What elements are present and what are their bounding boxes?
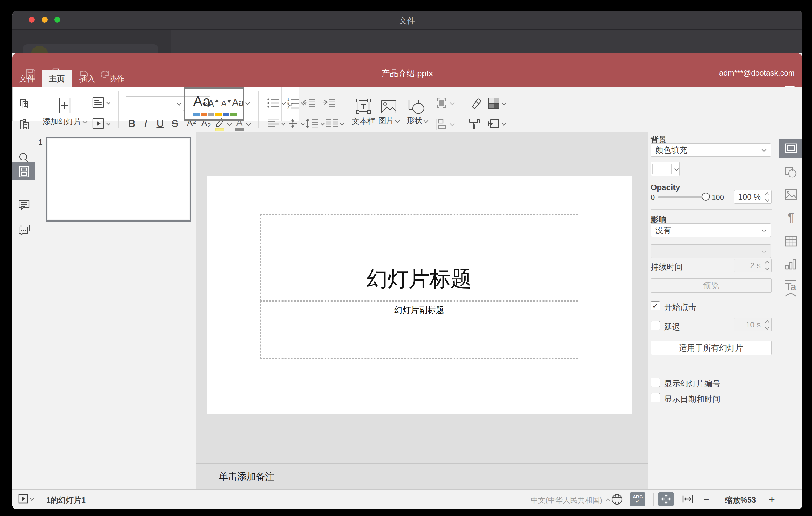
show-date-time-label: 显示日期和时间 xyxy=(664,394,720,405)
opacity-slider-track[interactable] xyxy=(658,196,706,198)
theme-palette xyxy=(193,113,237,116)
chart-settings-icon xyxy=(785,258,798,270)
globe-icon xyxy=(611,493,623,506)
slide-thumbnail-panel: 1 xyxy=(36,132,196,489)
title-placeholder[interactable]: 幻灯片标题 xyxy=(260,214,578,300)
chevron-down-icon xyxy=(762,147,767,152)
fill-type-select[interactable]: 颜色填充 xyxy=(651,143,771,157)
columns-icon xyxy=(325,117,339,130)
opacity-label: Opacity xyxy=(651,183,680,192)
slide-number: 1 xyxy=(38,138,42,147)
copy-style-button[interactable] xyxy=(467,117,481,131)
effect-variant-select[interactable] xyxy=(651,245,771,258)
clear-style-button[interactable] xyxy=(467,97,481,109)
tab-insert[interactable]: 插入 xyxy=(75,70,100,87)
tab-collaboration[interactable]: 协作 xyxy=(104,70,129,87)
chevron-up-icon xyxy=(765,320,770,324)
insert-textbox-button[interactable]: T 文本框 xyxy=(351,94,376,129)
theme-tile[interactable] xyxy=(72,87,127,121)
color-scheme-button[interactable] xyxy=(488,97,506,110)
decrease-indent-button[interactable] xyxy=(302,97,316,109)
shape-settings-icon xyxy=(785,166,798,178)
chevron-up-icon xyxy=(765,192,770,196)
duration-spinner[interactable]: 2 s xyxy=(734,259,772,272)
tab-home[interactable]: 主页 xyxy=(42,70,72,87)
image-icon xyxy=(380,98,397,115)
left-toolbar-strip xyxy=(12,132,36,489)
opacity-slider-handle[interactable] xyxy=(702,193,710,201)
editor-header: 产品介绍.pptx adm***@dootask.com 文件 主页 插入 协作 xyxy=(12,53,802,87)
fit-to-width-button[interactable] xyxy=(680,492,695,506)
theme-gallery: Aa xyxy=(12,87,299,121)
fit-slide-icon xyxy=(661,494,671,504)
line-spacing-button[interactable] xyxy=(305,117,324,130)
right-toolbar-strip: ¶ Ta xyxy=(779,132,802,489)
theme-tile[interactable] xyxy=(13,87,72,121)
preview-button[interactable]: 预览 xyxy=(651,278,772,292)
notes-area[interactable]: 单击添加备注 xyxy=(196,463,648,489)
columns-button[interactable] xyxy=(325,117,344,130)
insert-shape-button[interactable]: 形状 xyxy=(405,94,430,129)
zoom-in-button[interactable]: + xyxy=(769,493,775,506)
macos-titlebar: 文件 xyxy=(12,11,802,30)
image-settings-button[interactable] xyxy=(785,188,798,201)
delay-spinner[interactable]: 10 s xyxy=(734,318,772,332)
chat-icon xyxy=(18,224,31,236)
chevron-down-icon xyxy=(287,100,293,107)
document-language-button[interactable] xyxy=(611,493,623,506)
theme-tile[interactable] xyxy=(244,87,282,121)
chevron-up-icon xyxy=(765,260,770,265)
chevron-down-icon xyxy=(30,496,34,500)
textart-settings-button[interactable]: Ta xyxy=(785,281,797,296)
shape-settings-button[interactable] xyxy=(785,166,798,178)
fit-to-slide-button[interactable] xyxy=(658,492,674,506)
delay-checkbox[interactable] xyxy=(651,321,660,330)
slide-settings-button[interactable] xyxy=(779,140,802,158)
svg-text:T: T xyxy=(361,102,366,111)
slide-settings-panel: 背景 颜色填充 Opacity 0 100 100 % 影响 没有 持续时间 2… xyxy=(648,132,779,489)
spellcheck-button[interactable]: ABC ✓ xyxy=(630,492,645,506)
eraser-icon xyxy=(467,97,481,109)
chevron-down-icon xyxy=(765,266,770,270)
chat-button[interactable] xyxy=(18,224,31,236)
chevron-down-icon xyxy=(762,249,767,253)
table-settings-button[interactable] xyxy=(785,236,798,247)
apply-to-all-slides-button[interactable]: 适用于所有幻灯片 xyxy=(651,341,772,355)
tab-file[interactable]: 文件 xyxy=(15,70,39,87)
slide-size-icon xyxy=(488,117,500,130)
paragraph-settings-button[interactable]: ¶ xyxy=(785,211,797,224)
decrease-indent-icon xyxy=(302,97,316,109)
subtitle-placeholder[interactable]: 幻灯片副标题 xyxy=(260,301,578,359)
slide-editing-area[interactable]: 幻灯片标题 幻灯片副标题 xyxy=(207,176,632,414)
zoom-out-button[interactable]: − xyxy=(703,494,709,505)
window-title: 文件 xyxy=(12,16,802,26)
slide-settings-icon xyxy=(785,143,797,154)
slides-panel-button[interactable] xyxy=(12,162,35,180)
theme-tile[interactable] xyxy=(127,87,184,121)
show-slide-number-checkbox[interactable] xyxy=(651,378,660,387)
opacity-spinner[interactable]: 100 % xyxy=(734,190,772,204)
comment-icon xyxy=(18,199,30,211)
editor-window: 文件 产品介绍.pptx adm***@dootask.com 文件 主页 插入 xyxy=(12,11,802,509)
start-slideshow-status-button[interactable] xyxy=(18,493,33,504)
slide-size-button[interactable] xyxy=(488,117,506,130)
status-bar: 1的幻灯片1 中文(中华人民共和国) ABC ✓ xyxy=(12,489,802,509)
align-shapes-button[interactable] xyxy=(434,117,454,131)
theme-gallery-expand-button[interactable] xyxy=(282,87,299,121)
caret-up-icon xyxy=(606,498,610,503)
comments-button[interactable] xyxy=(18,199,30,211)
chart-settings-button[interactable] xyxy=(785,258,798,270)
start-on-click-checkbox[interactable]: ✓ xyxy=(651,301,660,311)
language-selector[interactable]: 中文(中华人民共和国) xyxy=(531,495,609,505)
fill-color-picker[interactable] xyxy=(651,162,680,176)
slide-thumbnail[interactable] xyxy=(46,137,191,222)
theme-tile-selected[interactable]: Aa xyxy=(184,87,244,121)
arrange-shapes-button[interactable] xyxy=(434,96,454,110)
increase-indent-button[interactable] xyxy=(322,97,336,109)
insert-image-button[interactable]: 图片 xyxy=(378,94,400,129)
increase-indent-icon xyxy=(322,97,336,109)
show-date-time-checkbox[interactable] xyxy=(651,393,660,402)
notes-placeholder: 单击添加备注 xyxy=(219,470,274,483)
effect-select[interactable]: 没有 xyxy=(651,224,771,237)
opacity-max-label: 100 xyxy=(712,193,724,202)
